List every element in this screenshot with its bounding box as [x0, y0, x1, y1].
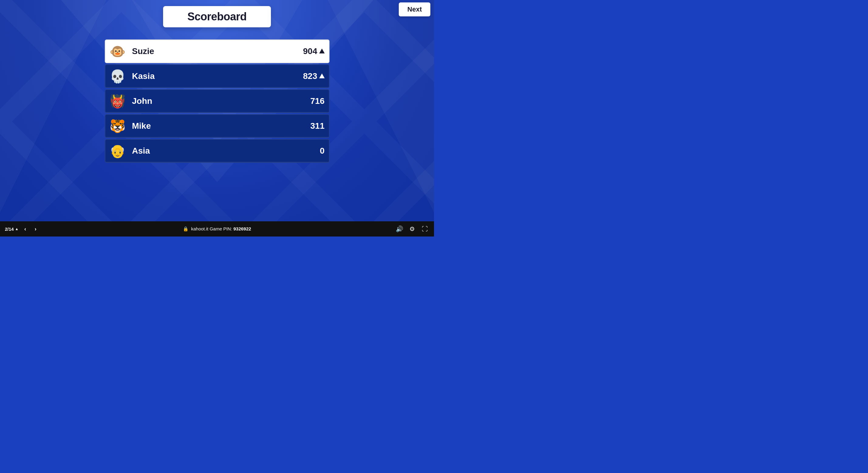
player-name-john: John [132, 96, 310, 106]
game-pin-number: 9326922 [234, 226, 251, 231]
score-row-john: 👹John716 [105, 89, 330, 113]
player-name-kasia: Kasia [132, 71, 303, 81]
lock-icon: 🔒 [183, 226, 189, 232]
progress-arrow-icon: ▲ [15, 227, 19, 231]
score-row-kasia: 💀Kasia823 [105, 64, 330, 88]
player-score-kasia: 823 [303, 71, 325, 81]
player-score-suzie: 904 [303, 46, 325, 56]
player-score-john: 716 [310, 96, 325, 106]
player-score-asia: 0 [320, 146, 325, 156]
player-name-asia: Asia [132, 146, 320, 156]
sound-button[interactable]: 🔊 [395, 225, 404, 233]
progress-indicator: 2/14 ▲ [5, 226, 19, 232]
site-label: kahoot.it [191, 226, 208, 231]
bottom-left-controls: 2/14 ▲ ‹ › [5, 225, 39, 232]
trend-up-icon [319, 73, 325, 78]
avatar-kasia: 💀 [106, 65, 128, 87]
next-button[interactable]: Next [399, 2, 430, 17]
score-row-suzie: 🐵Suzie904 [105, 39, 330, 63]
nav-prev-button[interactable]: ‹ [22, 225, 29, 232]
nav-next-button[interactable]: › [32, 225, 39, 232]
settings-button[interactable]: ⚙ [408, 225, 416, 233]
avatar-suzie: 🐵 [106, 40, 128, 62]
player-score-mike: 311 [310, 121, 325, 131]
bottom-bar: 2/14 ▲ ‹ › 🔒 kahoot.it Game PIN: 9326922… [0, 221, 434, 236]
game-pin-label: Game PIN: [210, 226, 233, 231]
scoreboard-list: 🐵Suzie904💀Kasia823👹John716🐯Mike311👴Asia0 [105, 39, 330, 164]
bottom-right-controls: 🔊 ⚙ ⛶ [395, 225, 429, 233]
game-info: 🔒 kahoot.it Game PIN: 9326922 [183, 226, 251, 232]
scoreboard-title-box: Scoreboard [163, 6, 271, 27]
player-name-mike: Mike [132, 121, 310, 131]
score-row-mike: 🐯Mike311 [105, 114, 330, 138]
trend-up-icon [319, 49, 325, 54]
scoreboard-title: Scoreboard [187, 10, 247, 23]
avatar-john: 👹 [106, 90, 128, 112]
progress-text: 2/14 [5, 226, 14, 232]
fullscreen-button[interactable]: ⛶ [421, 225, 429, 233]
avatar-mike: 🐯 [106, 115, 128, 137]
score-row-asia: 👴Asia0 [105, 139, 330, 163]
avatar-asia: 👴 [106, 140, 128, 162]
player-name-suzie: Suzie [132, 46, 303, 56]
